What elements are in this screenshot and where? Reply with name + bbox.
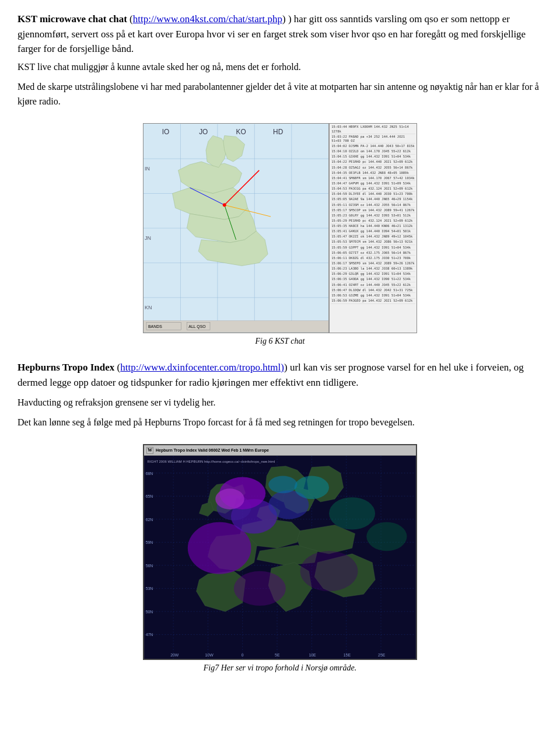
svg-point-67: [329, 497, 375, 529]
chat-line: 15:04:41 SM6BFR sm 144.170 JO67 57+42 10…: [331, 176, 415, 181]
kst-screenshot: http://www.on4kst.com/chat/start.php - T…: [143, 123, 417, 333]
chat-line: 15:05:23 G0LRY gg 144.432 IO93 53+01 512…: [331, 213, 415, 218]
svg-text:15E: 15E: [344, 653, 351, 657]
kst-title: KST microwave chat chat: [18, 13, 127, 25]
chat-line: 15:05:41 G4KUX gg 144.440 IO94 54+01 501…: [331, 229, 415, 235]
svg-text:10W: 10W: [205, 653, 214, 657]
svg-text:59N: 59N: [146, 540, 153, 544]
hepburns-text3: Det kan lønne seg å følge med på Hepburn…: [18, 415, 542, 430]
chat-line: 15:04:47 G4PVM gg 144.432 IO91 51+09 534…: [331, 181, 415, 186]
title-paragraph: KST microwave chat chat (http://www.on4k…: [18, 12, 542, 57]
tropo-win-icon: W: [146, 447, 153, 454]
chat-line: 15:05:53 SM7ECM sm 144.432 JO86 56+13 92…: [331, 240, 415, 245]
svg-text:20W: 20W: [170, 653, 179, 657]
svg-text:RIGHT 2006 WILLIAM H HEPBURN  : RIGHT 2006 WILLIAM H HEPBURN http://home…: [148, 460, 275, 463]
svg-text:53N: 53N: [146, 587, 153, 591]
chat-line: 15:03:44 HB9FX LX0OHM 144.432 JN25 51+14…: [331, 125, 415, 134]
chat-line: 15:06:59 PA3GEO pa 144.432 JO21 52+09 61…: [331, 299, 415, 304]
svg-text:47N: 47N: [146, 633, 153, 637]
chat-line: 15:06:53 G3ZME gg 144.432 IO91 51+04 534…: [331, 293, 415, 298]
chat-line: 15:04:28 OZ5AGJ oz 144.432 JO55 56+14 86…: [331, 165, 415, 170]
kst-map-area: IO JO KO HD IN JN KN: [144, 124, 329, 333]
figure-6-container: http://www.on4kst.com/chat/start.php - T…: [18, 123, 542, 346]
chat-line: 15:05:35 HA8CE ha 144.440 KN06 46+21 131…: [331, 224, 415, 229]
tropo-map-svg: RIGHT 2006 WILLIAM H HEPBURN http://home…: [144, 456, 416, 659]
svg-text:IO: IO: [162, 128, 170, 136]
tropo-title-bar: W Hepburn Tropo Index Valid 0600Z Wed Fe…: [144, 445, 416, 456]
svg-point-66: [215, 489, 244, 510]
chat-line: 15:06:11 DK8ZG dl 432.175 JO30 51+23 700…: [331, 256, 415, 261]
svg-text:62N: 62N: [146, 518, 153, 522]
svg-text:65N: 65N: [146, 494, 153, 498]
tropo-map-area: RIGHT 2006 WILLIAM H HEPBURN http://home…: [144, 456, 416, 659]
svg-point-69: [234, 571, 286, 606]
chat-line: 15:04:22 PE1RHD pc 144.440 JO21 52+09 61…: [331, 160, 415, 165]
chat-line: 15:03:22 PA8AD pa +34 252 144.444 JO21 5…: [331, 134, 415, 144]
svg-text:ALL QSO: ALL QSO: [188, 324, 206, 329]
chat-line: 15:06:41 OZ4RT oz 144.440 JO45 55+22 612…: [331, 282, 415, 288]
paragraph-2: KST live chat muliggjør å kunne avtale s…: [18, 60, 542, 75]
chat-line: 15:04:35 OE3FLB 144.432 JN88 48+05 1089k: [331, 170, 415, 176]
fig6-caption: Fig 6 KST chat: [256, 337, 305, 346]
chat-line: 15:06:47 DL1DQW dl 144.432 JO42 51+31 72…: [331, 288, 415, 293]
svg-text:KO: KO: [236, 128, 246, 136]
svg-text:10E: 10E: [309, 653, 316, 657]
chat-line: 15:05:29 PE1RHD pc 432.124 JO21 52+09 61…: [331, 218, 415, 223]
chat-line: 15:05:59 G3PPT gg 144.432 IO91 51+04 534…: [331, 245, 415, 250]
chat-line: 15:04:10 OZ2LD om 144.170 JO45 55+22 612…: [331, 149, 415, 155]
chat-line: 15:06:35 G4ODA gg 144.432 IO90 51+22 534…: [331, 277, 415, 282]
chat-line: 15:04:59 DL3YEE dl 144.440 JO30 51+23 70…: [331, 192, 415, 197]
paragraph-3: Med de skarpe utstrålingslobene vi har m…: [18, 80, 542, 109]
svg-point-70: [300, 551, 358, 591]
chat-line: 15:04:15 G3XHE gg 144.432 IO91 51+04 534…: [331, 155, 415, 160]
chat-line: 15:04:53 PA3CGG pa 432.124 JO21 52+09 61…: [331, 187, 415, 192]
svg-text:JO: JO: [199, 128, 208, 136]
svg-point-64: [268, 476, 297, 494]
svg-point-63: [295, 476, 329, 499]
tropo-window-title: Hepburn Tropo Index Valid 0600Z Wed Feb …: [156, 448, 269, 452]
chat-line: 15:04:02 DJ5MN PA-2 144.440 JO43 50+17 8…: [331, 144, 415, 149]
kst-map-svg: IO JO KO HD IN JN KN: [144, 124, 328, 333]
hepburns-title: Hepburns Tropo Index: [18, 362, 114, 373]
chat-line: 15:05:11 OZ3SM oz 144.432 JO55 56+14 867…: [331, 202, 415, 208]
chat-line: 15:06:29 G3LQR gg 144.432 IO91 51+04 534…: [331, 272, 415, 277]
svg-text:5E: 5E: [275, 653, 280, 657]
fig7-caption: Fig7 Her ser vi tropo forhold i Norsjø o…: [204, 663, 357, 673]
figure-7-container: W Hepburn Tropo Index Valid 0600Z Wed Fe…: [18, 444, 542, 673]
kst-link[interactable]: http://www.on4kst.com/chat/start.php: [133, 13, 282, 25]
hepburns-heading: Hepburns Tropo Index (http://www.dxinfoc…: [18, 360, 542, 391]
svg-text:50N: 50N: [146, 610, 153, 614]
chat-line: 15:05:47 OK2ZI ok 144.432 JN89 49+12 104…: [331, 235, 415, 240]
hepburns-link[interactable]: http://www.dxinfocenter.com/tropo.html): [120, 362, 284, 373]
svg-text:56N: 56N: [146, 564, 153, 568]
svg-text:JN: JN: [145, 235, 151, 241]
chat-line: 15:05:05 9A2AE 9a 144.440 JN65 46+29 115…: [331, 197, 415, 202]
hepburns-text2: Havducting og refraksjon grensene ser vi…: [18, 396, 542, 410]
kst-chat-panel: 15:03:44 HB9FX LX0OHM 144.432 JN25 51+14…: [329, 124, 416, 333]
svg-text:0: 0: [242, 653, 244, 657]
chat-line: 15:06:23 LA3BO la 144.432 JO38 60+13 138…: [331, 267, 415, 272]
svg-text:68N: 68N: [146, 471, 153, 476]
chat-line: 15:06:17 SM5EPO sm 144.432 JO89 59+26 12…: [331, 261, 415, 267]
chat-line: 15:06:05 OZ7IT oz 432.175 JO65 56+14 867…: [331, 250, 415, 256]
svg-point-21: [223, 203, 226, 207]
tropo-screenshot: W Hepburn Tropo Index Valid 0600Z Wed Fe…: [143, 444, 417, 660]
svg-text:25E: 25E: [378, 653, 386, 657]
svg-text:IN: IN: [145, 166, 150, 172]
chat-line: 15:05:17 SM5COP sm 144.432 JO89 59+41 12…: [331, 208, 415, 213]
svg-text:HD: HD: [273, 128, 283, 136]
svg-text:KN: KN: [145, 305, 152, 310]
svg-point-68: [366, 522, 407, 551]
svg-text:BANDS: BANDS: [148, 324, 162, 329]
